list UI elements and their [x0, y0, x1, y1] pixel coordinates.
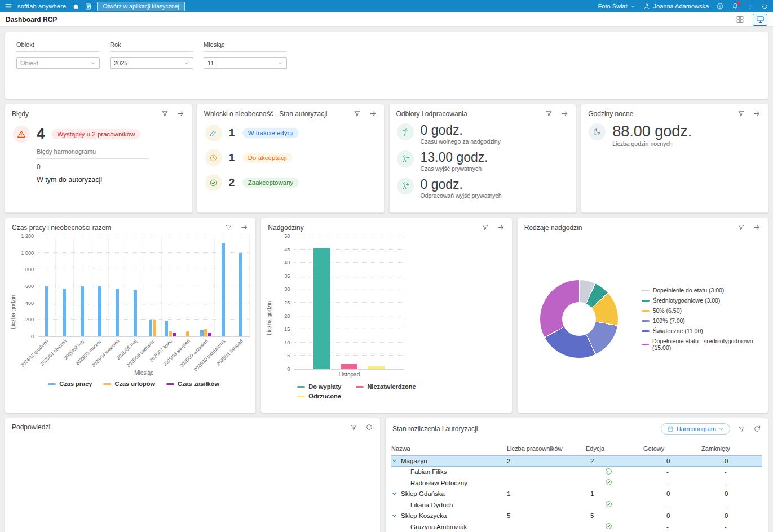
journal-icon[interactable]: [85, 3, 92, 10]
card-title: Odbiory i odpracowania: [396, 110, 467, 118]
table-row[interactable]: Sklep Koszycka5500: [391, 511, 762, 522]
more-icon[interactable]: [747, 3, 754, 10]
gotowy-cell: 0: [643, 490, 701, 497]
rok-select[interactable]: 2025: [110, 57, 193, 69]
filter-icon[interactable]: [161, 110, 169, 117]
filter-icon[interactable]: [737, 110, 745, 117]
card-title: Czas pracy i nieobecności razem: [12, 224, 111, 232]
bar-czas-pracy: [134, 290, 137, 336]
wnioski-status-badge: Zaakceptowany: [242, 178, 299, 188]
y-axis-label: Liczba godzin: [8, 237, 17, 387]
category-slot: [197, 237, 215, 336]
help-icon[interactable]: [716, 2, 724, 10]
column-header: Liczba pracowników: [507, 445, 586, 452]
card-bledy: Błędy 4 Wystąpiły u 2 pracowników Błędy …: [5, 104, 192, 213]
miesiac-select[interactable]: 11: [204, 57, 287, 69]
refresh-icon[interactable]: [753, 425, 761, 433]
settlement-table: NazwaLiczba pracownikówEdycjaGotowyZamkn…: [386, 442, 768, 532]
open-card-icon[interactable]: [176, 109, 185, 118]
table-row[interactable]: Liliana Dyduch--: [391, 499, 762, 511]
legend-marker: [166, 383, 174, 385]
category-slot: [91, 237, 109, 336]
menu-icon[interactable]: [5, 2, 12, 10]
table-row[interactable]: Radosław Potoczny--: [391, 477, 762, 489]
chevron-down-icon[interactable]: [391, 491, 397, 497]
app-brand: softlab anywhere: [17, 3, 66, 10]
open-card-icon[interactable]: [369, 109, 377, 118]
home-icon[interactable]: [72, 3, 79, 10]
wnioski-row: 2Zaakceptowany: [197, 170, 384, 195]
category-slot: [74, 237, 91, 336]
zamkniety-cell: 0: [701, 490, 762, 497]
chevron-down-icon[interactable]: [391, 458, 397, 464]
dashboard-content: Obiekt Obiekt Rok 2025 Miesiąc 11: [0, 27, 773, 532]
legend-item: 50% (6.50): [642, 307, 768, 314]
y-tick-label: 600: [25, 283, 34, 289]
edycja-cell: 5: [586, 512, 643, 519]
filter-icon[interactable]: [545, 110, 553, 117]
card-title: Nadgodziny: [268, 224, 303, 232]
column-header: Nazwa: [391, 445, 507, 452]
filter-icon[interactable]: [482, 224, 489, 231]
filter-icon[interactable]: [738, 425, 745, 433]
open-card-icon[interactable]: [753, 109, 761, 118]
table-row[interactable]: Magazyn2200: [391, 455, 762, 467]
layout-icon[interactable]: [732, 14, 747, 26]
zamkniety-cell: -: [701, 502, 762, 508]
chevron-down-icon[interactable]: [391, 513, 397, 519]
user-menu[interactable]: Joanna Adamowska: [643, 2, 709, 10]
category-slot: [38, 237, 56, 336]
table-row[interactable]: Grażyna Ambroziak--: [391, 521, 762, 532]
card-wnioski: Wnioski o nieobecność - Stan autoryzacji…: [197, 104, 385, 213]
edycja-cell: 1: [586, 490, 643, 497]
company-selector[interactable]: Foto Świat: [598, 3, 635, 10]
legend-marker: [103, 383, 111, 385]
warning-icon: [13, 126, 30, 143]
bar-czas-urlop-w: [204, 329, 207, 336]
open-card-icon[interactable]: [240, 223, 249, 232]
y-tick-label: 35: [284, 273, 290, 279]
filter-icon[interactable]: [354, 110, 361, 117]
harmonogram-button[interactable]: Harmonogram: [661, 423, 730, 435]
legend-item: Dopełnienie etatu - średniotygodniowo (1…: [642, 338, 768, 351]
bar-czas-pracy: [81, 286, 84, 336]
legend-item: Czas zasiłków: [166, 380, 219, 387]
open-classic-button[interactable]: Otwórz w aplikacji klasycznej: [97, 2, 184, 11]
legend-item: Odrzucone: [297, 393, 341, 400]
bar-czas-pracy: [63, 289, 66, 336]
obiekt-value: Obiekt: [20, 60, 38, 66]
open-card-icon[interactable]: [560, 109, 569, 118]
category-slot: [232, 237, 250, 336]
errors-count: 4: [37, 125, 45, 143]
notifications-icon[interactable]: [731, 2, 739, 10]
filter-icon[interactable]: [737, 224, 745, 231]
legend-marker: [297, 396, 305, 397]
company-name: Foto Świat: [598, 3, 628, 10]
legend-marker: [642, 330, 650, 332]
filter-miesiac: Miesiąc 11: [204, 41, 287, 90]
gotowy-cell: 0: [643, 458, 701, 464]
column-header: Gotowy: [643, 445, 701, 452]
column-header: Zamknięty: [701, 445, 762, 452]
legend-item: Czas pracy: [48, 380, 92, 387]
dashboard-settings-button[interactable]: [753, 14, 767, 26]
filter-icon[interactable]: [225, 224, 232, 231]
power-icon[interactable]: [761, 3, 768, 10]
open-card-icon[interactable]: [753, 223, 761, 232]
table-row[interactable]: Sklep Gdańska1100: [391, 489, 762, 500]
gotowy-cell: -: [643, 524, 701, 530]
table-row[interactable]: Fabian Filiks--: [391, 467, 762, 478]
errors-subtitle: Błędy harmonogramu: [37, 148, 184, 155]
zamkniety-cell: 0: [701, 458, 762, 464]
gotowy-cell: 0: [643, 512, 701, 519]
refresh-icon[interactable]: [365, 423, 373, 431]
pencil-icon: [205, 125, 222, 141]
obiekt-select[interactable]: Obiekt: [16, 57, 100, 69]
open-card-icon[interactable]: [497, 223, 505, 232]
x-tick-label: Listopad: [294, 371, 404, 378]
odbiory-row: 0 godz.Czasu wolnego za nadgodziny: [390, 121, 576, 148]
card-godziny-nocne: Godziny nocne 88.00 godz. Liczba godzin …: [581, 104, 768, 213]
wnioski-rows: 1W trakcie edycji1Do akceptacji2Zaakcept…: [197, 121, 384, 195]
filter-icon[interactable]: [350, 424, 357, 431]
legend-item: Świąteczne (11.00): [642, 327, 768, 334]
